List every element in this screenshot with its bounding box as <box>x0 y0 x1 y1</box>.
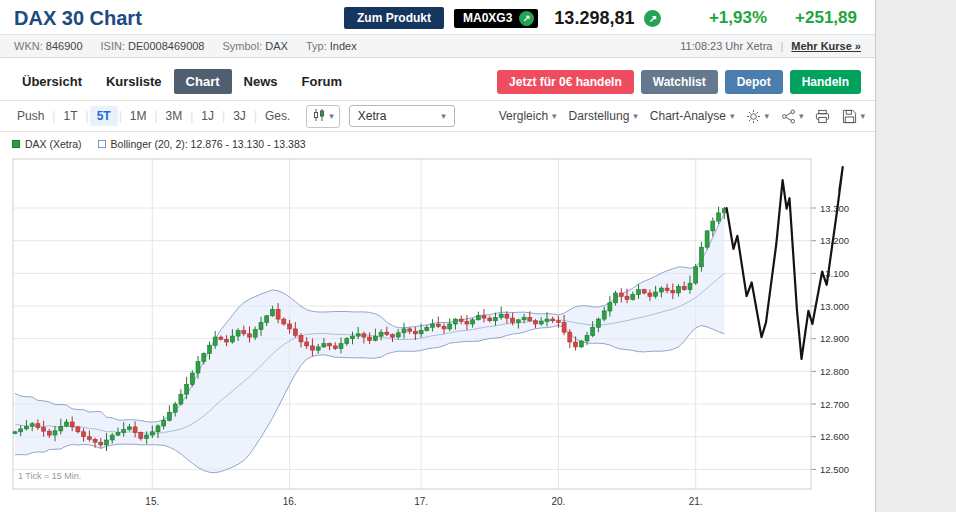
chevron-down-icon: ▾ <box>799 111 804 121</box>
divider: | <box>780 40 783 52</box>
range-3m[interactable]: 3M <box>159 106 190 126</box>
svg-text:12.500: 12.500 <box>820 464 849 475</box>
chart-analyse-menu[interactable]: Chart-Analyse ▾ <box>650 109 735 123</box>
chevron-down-icon: ▾ <box>329 111 334 121</box>
mehr-kurse-link[interactable]: Mehr Kurse » <box>791 40 861 52</box>
save-disk-icon <box>842 109 857 124</box>
range-1j[interactable]: 1J <box>194 106 221 126</box>
chart-toolbar: Push | 1T | 5T | 1M | 3M | 1J | 3J | Ges… <box>0 100 875 132</box>
symbol: Symbol: DAX <box>223 40 288 52</box>
legend-bollinger: Bollinger (20, 2): 12.876 - 13.130 - 13.… <box>98 138 306 150</box>
svg-text:16.: 16. <box>283 496 297 507</box>
chevron-down-icon: ▾ <box>552 111 557 121</box>
exchange-select[interactable]: Xetra ▾ <box>349 105 455 127</box>
push-quote-icon: ↗ <box>519 11 534 26</box>
trade-free-button[interactable]: Jetzt für 0€ handeln <box>497 70 634 94</box>
chart-legend: DAX (Xetra) Bollinger (20, 2): 12.876 - … <box>0 132 875 153</box>
divider: | <box>254 109 257 123</box>
range-5t[interactable]: 5T <box>90 106 118 126</box>
svg-text:21.: 21. <box>689 496 703 507</box>
wkn: WKN: 846900 <box>14 40 83 52</box>
page-title: DAX 30 Chart <box>14 7 344 30</box>
page-gutter <box>876 0 956 512</box>
quote-time: 11:08:23 Uhr Xetra <box>680 40 772 52</box>
svg-text:12.900: 12.900 <box>820 333 849 344</box>
svg-text:12.600: 12.600 <box>820 431 849 442</box>
chart-canvas[interactable]: 13.30013.20013.10013.00012.90012.80012.7… <box>0 153 875 512</box>
svg-text:13.200: 13.200 <box>820 235 849 246</box>
header: DAX 30 Chart Zum Produkt MA0XG3 ↗ 13.298… <box>0 0 875 34</box>
chevron-down-icon: ▾ <box>764 111 769 121</box>
printer-icon <box>815 109 830 124</box>
divider: | <box>154 109 157 123</box>
range-3j[interactable]: 3J <box>226 106 253 126</box>
darstellung-menu[interactable]: Darstellung ▾ <box>569 109 638 123</box>
range-1t[interactable]: 1T <box>56 106 84 126</box>
push-toggle[interactable]: Push <box>10 106 51 126</box>
tab-kursliste[interactable]: Kursliste <box>94 69 174 94</box>
freehand-annotation <box>727 167 843 359</box>
divider: | <box>86 109 89 123</box>
range-ges[interactable]: Ges. <box>258 106 297 126</box>
divider: | <box>52 109 55 123</box>
chart-type-button[interactable]: ▾ <box>306 105 340 128</box>
candlestick-type-icon <box>312 108 326 125</box>
svg-text:15.: 15. <box>145 496 159 507</box>
tab-uebersicht[interactable]: Übersicht <box>10 69 94 94</box>
tick-footnote: 1 Tick = 15 Min. <box>18 471 81 481</box>
svg-text:12.800: 12.800 <box>820 366 849 377</box>
gear-icon <box>746 109 761 124</box>
price-up-icon: ↗ <box>644 10 661 27</box>
main-content: DAX 30 Chart Zum Produkt MA0XG3 ↗ 13.298… <box>0 0 876 512</box>
svg-text:13.300: 13.300 <box>820 203 849 214</box>
depot-button[interactable]: Depot <box>725 70 783 94</box>
chevron-down-icon: ▾ <box>860 111 865 121</box>
change-percent: +1,93% <box>709 8 767 28</box>
range-1m[interactable]: 1M <box>123 106 154 126</box>
product-code-box[interactable]: MA0XG3 ↗ <box>454 9 538 28</box>
divider: | <box>222 109 225 123</box>
product-code: MA0XG3 <box>463 11 512 25</box>
typ: Typ: Index <box>306 40 357 52</box>
tab-news[interactable]: News <box>232 69 290 94</box>
instrument-meta-bar: WKN: 846900 ISIN: DE0008469008 Symbol: D… <box>0 34 875 58</box>
zum-produkt-button[interactable]: Zum Produkt <box>344 7 444 29</box>
legend-dax: DAX (Xetra) <box>12 138 82 150</box>
save-button[interactable]: ▾ <box>842 109 865 124</box>
settings-button[interactable]: ▾ <box>746 109 769 124</box>
watchlist-button[interactable]: Watchlist <box>641 70 718 94</box>
chevron-down-icon: ▾ <box>441 111 446 121</box>
vergleich-menu[interactable]: Vergleich ▾ <box>499 109 557 123</box>
tools-button[interactable]: ▾ <box>781 109 804 124</box>
svg-text:13.000: 13.000 <box>820 301 849 312</box>
exchange-selected-value: Xetra <box>358 109 387 123</box>
svg-text:17.: 17. <box>414 496 428 507</box>
tab-bar: Übersicht Kursliste Chart News Forum Jet… <box>0 68 875 95</box>
isin: ISIN: DE0008469008 <box>101 40 205 52</box>
tab-chart[interactable]: Chart <box>174 69 232 94</box>
svg-text:20.: 20. <box>551 496 565 507</box>
dax-series-swatch <box>12 140 20 148</box>
chevron-down-icon: ▾ <box>730 111 735 121</box>
svg-text:12.700: 12.700 <box>820 399 849 410</box>
share-nodes-icon <box>781 109 796 124</box>
divider: | <box>190 109 193 123</box>
chevron-down-icon: ▾ <box>633 111 638 121</box>
divider: | <box>119 109 122 123</box>
change-absolute: +251,89 <box>795 8 857 28</box>
print-button[interactable] <box>815 109 830 124</box>
bollinger-swatch <box>98 140 106 148</box>
price-chart[interactable]: 13.30013.20013.10013.00012.90012.80012.7… <box>6 153 872 512</box>
current-price: 13.298,81 <box>554 8 634 29</box>
tab-forum[interactable]: Forum <box>290 69 354 94</box>
handeln-button[interactable]: Handeln <box>790 70 861 94</box>
